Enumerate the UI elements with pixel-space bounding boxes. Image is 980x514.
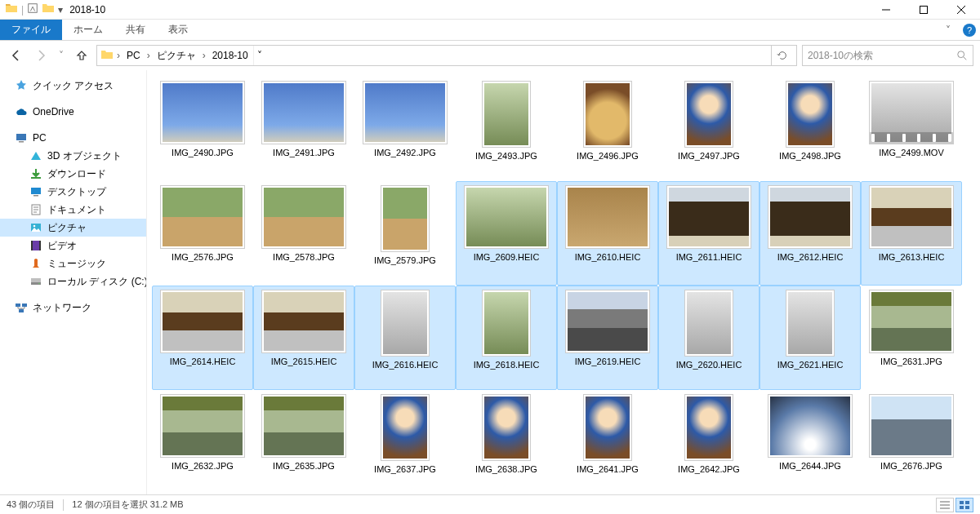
breadcrumb-current[interactable]: 2018-10 <box>209 49 252 62</box>
view-details-button[interactable] <box>936 498 954 512</box>
minimize-button[interactable] <box>867 0 905 20</box>
close-button[interactable] <box>942 0 980 20</box>
search-placeholder: 2018-10の検索 <box>808 49 956 63</box>
main-area: クイック アクセス OneDrive PC 3D オブジェクトダウンロードデスク… <box>0 70 980 494</box>
qat-dropdown-icon[interactable]: ▾ <box>58 4 63 16</box>
address-dropdown-icon[interactable]: ˅ <box>253 46 265 65</box>
refresh-button[interactable] <box>771 46 793 65</box>
file-thumbnail[interactable]: IMG_2632.JPG <box>152 390 253 494</box>
sidebar-item-label: 3D オブジェクト <box>47 149 122 163</box>
sidebar-quick-access[interactable]: クイック アクセス <box>0 77 146 95</box>
file-name-label: IMG_2676.JPG <box>880 461 942 472</box>
file-thumbnail[interactable]: IMG_2492.JPG <box>354 77 456 181</box>
address-bar[interactable]: › PC › ピクチャ › 2018-10 ˅ <box>96 45 797 66</box>
thumbnail-image <box>363 81 448 144</box>
up-button[interactable] <box>72 46 91 65</box>
thumbnail-image <box>482 290 531 357</box>
sidebar-item-ローカル ディスク (C:)[interactable]: ローカル ディスク (C:) <box>0 273 146 290</box>
file-thumbnail[interactable]: IMG_2620.HEIC <box>658 286 760 390</box>
sidebar-item-ビデオ[interactable]: ビデオ <box>0 237 146 255</box>
help-button[interactable]: ? <box>959 20 980 40</box>
ribbon-collapse-icon[interactable]: ˅ <box>938 20 959 40</box>
file-name-label: IMG_2620.HEIC <box>676 360 742 370</box>
thumbnail-image <box>583 81 632 148</box>
tab-view[interactable]: 表示 <box>157 20 199 40</box>
sidebar-item-ミュージック[interactable]: ミュージック <box>0 255 146 273</box>
breadcrumb-pc[interactable]: PC <box>123 49 144 62</box>
file-thumbnail[interactable]: IMG_2610.HEIC <box>557 181 658 286</box>
sidebar-pc[interactable]: PC <box>0 129 146 147</box>
thumbnail-image <box>768 394 853 458</box>
file-thumbnail[interactable]: IMG_2578.JPG <box>253 181 354 286</box>
tab-home[interactable]: ホーム <box>62 20 114 40</box>
svg-rect-7 <box>33 195 38 197</box>
file-thumbnail[interactable]: IMG_2619.HEIC <box>557 286 658 390</box>
file-thumbnail[interactable]: IMG_2498.JPG <box>760 77 861 181</box>
breadcrumb-sep[interactable]: › <box>115 50 122 61</box>
thumbnail-image <box>869 185 954 249</box>
status-separator <box>63 499 64 511</box>
tab-share[interactable]: 共有 <box>114 20 157 40</box>
file-thumbnail[interactable]: IMG_2615.HEIC <box>253 286 354 390</box>
search-input[interactable]: 2018-10の検索 <box>802 45 973 66</box>
sidebar-item-デスクトップ[interactable]: デスクトップ <box>0 183 146 201</box>
file-thumbnail[interactable]: IMG_2641.JPG <box>557 390 658 494</box>
file-thumbnail[interactable]: IMG_2579.JPG <box>354 181 456 286</box>
file-tab[interactable]: ファイル <box>0 20 62 40</box>
sidebar-item-ドキュメント[interactable]: ドキュメント <box>0 201 146 219</box>
forward-button[interactable] <box>31 46 51 65</box>
thumbnail-image <box>160 185 245 249</box>
file-thumbnail[interactable]: IMG_2644.JPG <box>760 390 861 494</box>
breadcrumb-pictures[interactable]: ピクチャ <box>154 48 199 64</box>
maximize-button[interactable] <box>905 0 942 20</box>
sidebar-item-ダウンロード[interactable]: ダウンロード <box>0 165 146 183</box>
window-title: 2018-10 <box>69 4 105 16</box>
file-thumbnail[interactable]: IMG_2618.HEIC <box>456 286 557 390</box>
file-thumbnail[interactable]: IMG_2612.HEIC <box>760 181 861 286</box>
svg-rect-18 <box>16 304 20 307</box>
view-thumbnails-button[interactable] <box>956 498 973 512</box>
file-thumbnail[interactable]: IMG_2638.JPG <box>456 390 557 494</box>
file-thumbnail[interactable]: IMG_2637.JPG <box>354 390 456 494</box>
back-button[interactable] <box>7 46 26 65</box>
sidebar-item-label: ミュージック <box>47 257 106 271</box>
thumbnail-image <box>684 81 733 148</box>
file-thumbnail[interactable]: IMG_2490.JPG <box>152 77 253 181</box>
sidebar-network[interactable]: ネットワーク <box>0 299 146 317</box>
sidebar-onedrive[interactable]: OneDrive <box>0 103 146 121</box>
file-grid[interactable]: IMG_2490.JPGIMG_2491.JPGIMG_2492.JPGIMG_… <box>147 70 980 494</box>
breadcrumb-sep[interactable]: › <box>201 50 207 61</box>
recent-dropdown-icon[interactable]: ˅ <box>56 46 67 65</box>
file-thumbnail[interactable]: IMG_2611.HEIC <box>658 181 760 286</box>
file-thumbnail[interactable]: IMG_2493.JPG <box>456 77 557 181</box>
file-name-label: IMG_2492.JPG <box>374 148 436 158</box>
file-name-label: IMG_2496.JPG <box>577 151 639 162</box>
file-thumbnail[interactable]: IMG_2576.JPG <box>152 181 253 286</box>
sidebar-item-ピクチャ[interactable]: ピクチャ <box>0 219 146 237</box>
file-name-label: IMG_2637.JPG <box>374 464 436 475</box>
file-thumbnail[interactable]: IMG_2621.HEIC <box>760 286 861 390</box>
file-thumbnail[interactable]: IMG_2613.HEIC <box>861 181 962 286</box>
sidebar-item-label: ドキュメント <box>47 203 106 217</box>
file-thumbnail[interactable]: IMG_2496.JPG <box>557 77 658 181</box>
file-thumbnail[interactable]: IMG_2635.JPG <box>253 390 354 494</box>
thumbnail-image <box>583 394 632 461</box>
file-thumbnail[interactable]: IMG_2491.JPG <box>253 77 354 181</box>
svg-point-10 <box>33 225 36 228</box>
thumbnail-image <box>464 185 549 249</box>
file-thumbnail[interactable]: IMG_2631.JPG <box>861 286 962 390</box>
thumbnail-image <box>869 290 954 353</box>
file-thumbnail[interactable]: IMG_2642.JPG <box>658 390 760 494</box>
file-thumbnail[interactable]: IMG_2614.HEIC <box>152 286 253 390</box>
nav-sidebar: クイック アクセス OneDrive PC 3D オブジェクトダウンロードデスク… <box>0 70 147 494</box>
qat-folder-icon[interactable] <box>42 2 55 17</box>
file-thumbnail[interactable]: IMG_2497.JPG <box>658 77 760 181</box>
qat-properties-icon[interactable] <box>27 2 38 16</box>
file-thumbnail[interactable]: IMG_2499.MOV <box>861 77 962 181</box>
thumbnail-image <box>160 394 245 458</box>
breadcrumb-sep[interactable]: › <box>145 50 152 61</box>
file-thumbnail[interactable]: IMG_2616.HEIC <box>354 286 456 390</box>
file-thumbnail[interactable]: IMG_2609.HEIC <box>456 181 557 286</box>
sidebar-item-3D オブジェクト[interactable]: 3D オブジェクト <box>0 147 146 165</box>
file-thumbnail[interactable]: IMG_2676.JPG <box>861 390 962 494</box>
